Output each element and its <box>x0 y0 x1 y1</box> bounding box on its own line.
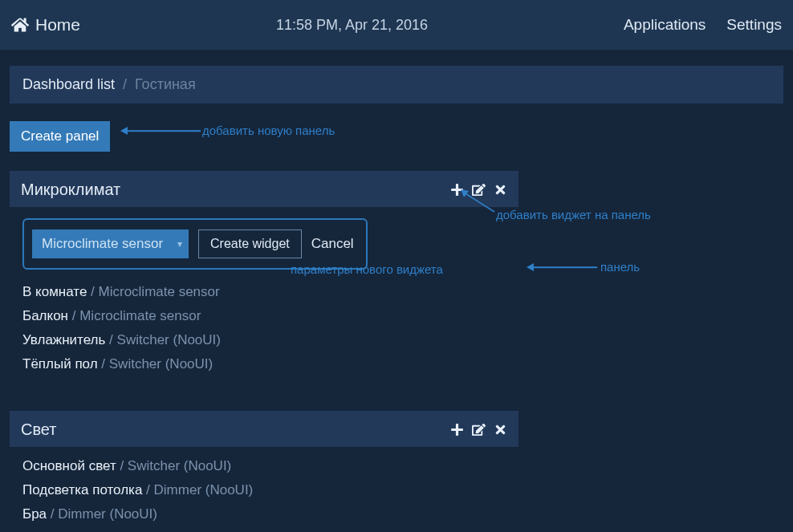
clock: 11:58 PM, Apr 21, 2016 <box>80 17 624 34</box>
panel-light: Свет Основной свет / Switcher (NooUI) По… <box>10 411 518 532</box>
home-icon <box>11 16 29 34</box>
breadcrumb-current: Гостиная <box>135 76 196 93</box>
edit-icon[interactable] <box>472 183 486 197</box>
widget-type-select[interactable]: Microclimate sensor <box>32 229 189 258</box>
create-widget-button[interactable]: Create widget <box>198 229 302 258</box>
panel-title: Микроклимат <box>21 181 450 199</box>
widget-list: В комнате / Microclimate sensor Балкон /… <box>22 284 506 372</box>
new-widget-form: Microclimate sensor Create widget Cancel <box>22 218 368 270</box>
annotation-panel: панель <box>600 260 640 274</box>
nav-settings[interactable]: Settings <box>726 16 782 34</box>
plus-icon[interactable] <box>450 423 464 437</box>
widget-type-selected: Microclimate sensor <box>42 236 163 251</box>
list-item[interactable]: Бра / Dimmer (NooUI) <box>22 506 506 522</box>
brand[interactable]: Home <box>11 15 80 35</box>
close-icon[interactable] <box>494 183 507 197</box>
cancel-button[interactable]: Cancel <box>311 236 354 252</box>
list-item[interactable]: Тёплый пол / Switcher (NooUI) <box>22 356 506 372</box>
breadcrumb-root[interactable]: Dashboard list <box>22 76 115 93</box>
plus-icon[interactable] <box>450 183 464 197</box>
list-item[interactable]: В комнате / Microclimate sensor <box>22 284 506 300</box>
nav-applications[interactable]: Applications <box>624 16 706 34</box>
breadcrumb-sep: / <box>123 76 127 93</box>
panel-header: Микроклимат <box>10 171 518 207</box>
panel-header: Свет <box>10 411 518 447</box>
panel-microclimate: Микроклимат Microclimate sensor Create w… <box>10 171 518 392</box>
panel-title: Свет <box>21 420 450 439</box>
list-item[interactable]: Балкон / Microclimate sensor <box>22 308 506 324</box>
close-icon[interactable] <box>494 423 507 437</box>
widget-list: Основной свет / Switcher (NooUI) Подсвет… <box>22 458 506 532</box>
brand-label: Home <box>35 15 80 35</box>
list-item[interactable]: Подсветка потолка / Dimmer (NooUI) <box>22 482 506 498</box>
list-item[interactable]: Увлажнитель / Switcher (NooUI) <box>22 332 506 348</box>
top-nav: Home 11:58 PM, Apr 21, 2016 Applications… <box>0 0 793 50</box>
breadcrumb: Dashboard list / Гостиная <box>10 66 783 104</box>
edit-icon[interactable] <box>472 423 486 437</box>
list-item[interactable]: Основной свет / Switcher (NooUI) <box>22 458 506 474</box>
annotation-add-widget: добавить виджет на панель <box>496 208 651 221</box>
create-panel-button[interactable]: Create panel <box>10 121 110 152</box>
